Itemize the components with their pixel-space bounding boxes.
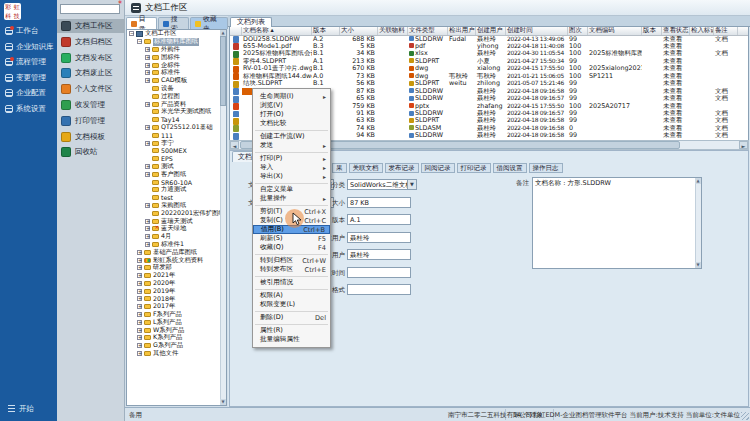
tree-node[interactable]: +研发部: [127, 264, 226, 272]
tree-expand-icon[interactable]: +: [137, 351, 142, 356]
tree-node[interactable]: +蓝天绿地: [127, 225, 226, 233]
tree-node[interactable]: +标准件1: [127, 241, 226, 249]
tree-expand-icon[interactable]: +: [145, 172, 150, 177]
tree-expand-icon[interactable]: +: [145, 78, 150, 83]
nav-item-1[interactable]: 工作台: [0, 24, 57, 38]
tree-node[interactable]: +2017年: [127, 303, 226, 311]
detail-tab-1[interactable]: 果: [332, 163, 347, 173]
table-row[interactable]: 655-Mode1.pdfB.35 KBpdfyihong2022-04-18 …: [230, 43, 748, 50]
remark-textarea[interactable]: 文档名称：方形.SLDDRW ▲ ▼: [532, 177, 702, 269]
column-header-文档名称[interactable]: 文档名称 ▴: [242, 27, 312, 35]
column-header-检入标记[interactable]: 检入标记: [690, 27, 714, 35]
tree-node[interactable]: +2018年: [127, 295, 226, 303]
table-row[interactable]: 2025标准物料库图纸会讨开...B.134 KBxlsx聂桂玲2022-04-…: [230, 50, 748, 57]
column-header-查看状态[interactable]: 查看状态: [662, 27, 690, 35]
menu-item[interactable]: 刷新(S)F5: [253, 234, 330, 243]
field-select[interactable]: SolidWorks二维文档▼: [347, 179, 417, 190]
tree-expand-icon[interactable]: +: [137, 312, 142, 317]
field-input[interactable]: [347, 267, 411, 278]
field-input[interactable]: 87 KB: [347, 197, 411, 208]
tree-expand-icon[interactable]: +: [137, 273, 142, 278]
tree-expand-icon[interactable]: +: [145, 242, 150, 247]
table-row[interactable]: 标准物料库图纸144.dwgA.073 KBdwg韦秋玲韦秋玲2021-01-2…: [230, 73, 748, 80]
tree-node[interactable]: +L系列产品: [127, 318, 226, 326]
menu-item[interactable]: 发送▸: [253, 141, 330, 150]
tree-node[interactable]: SR60-10A: [127, 178, 226, 186]
sidebar-item-7[interactable]: 打印管理: [57, 114, 125, 128]
column-header-文件类型[interactable]: 文件类型: [408, 27, 448, 35]
tree-expand-icon[interactable]: +: [145, 63, 150, 68]
menu-item[interactable]: 权限(A): [253, 291, 330, 300]
sidebar-item-5[interactable]: 个人文件区: [57, 82, 125, 96]
menu-item[interactable]: 导入▸: [253, 163, 330, 172]
menu-item[interactable]: 被引用情况: [253, 278, 330, 287]
file-name-cell[interactable]: 结块.SLDPRT: [242, 80, 312, 87]
field-input[interactable]: 聂桂玲: [347, 249, 411, 260]
tree-node[interactable]: +2019年: [127, 287, 226, 295]
nav-item-5[interactable]: 企业配置: [0, 86, 57, 100]
sidebar-item-3[interactable]: 文档发布区: [57, 51, 125, 65]
scroll-up-icon[interactable]: ▲: [695, 178, 701, 184]
scroll-down-icon[interactable]: ▼: [695, 262, 701, 268]
tree-node[interactable]: +QT25512.01基础: [127, 124, 226, 132]
tree-expand-icon[interactable]: +: [145, 164, 150, 169]
detail-tab-2[interactable]: 关联文档: [349, 163, 383, 173]
tree-node[interactable]: +外购件: [127, 46, 226, 54]
table-row[interactable]: 结块.SLDPRTB.156 KBSLDPRTweituzhilong2021-…: [230, 80, 748, 87]
tree-node[interactable]: 设备: [127, 85, 226, 93]
file-name-cell[interactable]: RV-01-01盖子冲片.dwg: [242, 65, 312, 72]
tree-scrollbar[interactable]: ▲ ▼: [220, 30, 226, 405]
tree-node[interactable]: +基础产品库图纸: [127, 248, 226, 256]
tree-node[interactable]: 过程图: [127, 92, 226, 100]
tree-node[interactable]: +CAD模板: [127, 77, 226, 85]
detail-tab-5[interactable]: 打印记录: [457, 163, 491, 173]
column-header-版本[interactable]: 版本: [312, 27, 340, 35]
tree-node[interactable]: +李宁: [127, 139, 226, 147]
column-header-大小[interactable]: 大小: [340, 27, 378, 35]
tree-node[interactable]: 111: [127, 131, 226, 139]
tree-expand-icon[interactable]: +: [137, 296, 142, 301]
tree-node[interactable]: 20220201宏伟扩图纸: [127, 209, 226, 217]
tree-node[interactable]: +2021年: [127, 272, 226, 280]
tree-expand-icon[interactable]: +: [137, 250, 142, 255]
tree-node[interactable]: +采购图纸: [127, 202, 226, 210]
field-input[interactable]: [347, 284, 411, 295]
nav-item-3[interactable]: 流程管理: [0, 55, 57, 69]
detail-tab-6[interactable]: 借阅设置: [493, 163, 527, 173]
sidebar-item-2[interactable]: 文档归档区: [57, 35, 125, 49]
field-input[interactable]: A.1: [347, 214, 411, 225]
column-header-版本[interactable]: 版本: [642, 27, 662, 35]
menu-item[interactable]: 打印(P)▸: [253, 154, 330, 163]
tree-expand-icon[interactable]: −: [137, 39, 142, 44]
tree-expand-icon[interactable]: +: [137, 281, 142, 286]
file-name-cell[interactable]: 655-Mode1.pdf: [242, 43, 312, 50]
tree-node[interactable]: +F系列产品: [127, 311, 226, 319]
scroll-left-icon[interactable]: ◄: [230, 141, 239, 149]
tree-expand-icon[interactable]: +: [145, 226, 150, 231]
file-name-cell[interactable]: 标准物料库图纸144.dwg: [242, 73, 312, 80]
tree-node[interactable]: +2020年: [127, 280, 226, 288]
tree-expand-icon[interactable]: +: [145, 125, 150, 130]
sidebar-search-input[interactable]: [60, 4, 120, 14]
tree-node[interactable]: −文档工作区: [127, 30, 226, 38]
chevron-down-icon[interactable]: ▼: [407, 180, 416, 189]
tree-node[interactable]: +K系列产品: [127, 334, 226, 342]
tree-node[interactable]: Tay14: [127, 116, 226, 124]
file-name-cell[interactable]: 零件4.SLDPRT: [242, 58, 312, 65]
tree-node[interactable]: EPS: [127, 155, 226, 163]
tree-scroll-thumb[interactable]: [220, 36, 226, 106]
tree-expand-icon[interactable]: +: [137, 343, 142, 348]
menu-item[interactable]: 打开(O): [253, 110, 330, 119]
tree-expand-icon[interactable]: +: [137, 289, 142, 294]
detail-tab-4[interactable]: 回阅记录: [421, 163, 455, 173]
tree-expand-icon[interactable]: +: [145, 203, 150, 208]
column-header-文档编码[interactable]: 文档编码: [588, 27, 642, 35]
column-header-创建时间[interactable]: 创建时间: [506, 27, 568, 35]
tree-node[interactable]: +G系列产品: [127, 342, 226, 350]
column-header-备注[interactable]: 备注: [714, 27, 738, 35]
detail-tab-7[interactable]: 操作日志: [529, 163, 563, 173]
tree-expand-icon[interactable]: +: [137, 304, 142, 309]
tree-expand-icon[interactable]: +: [145, 47, 150, 52]
tree-node[interactable]: 力通测试: [127, 186, 226, 194]
menu-item[interactable]: 浏览(V): [253, 101, 330, 110]
